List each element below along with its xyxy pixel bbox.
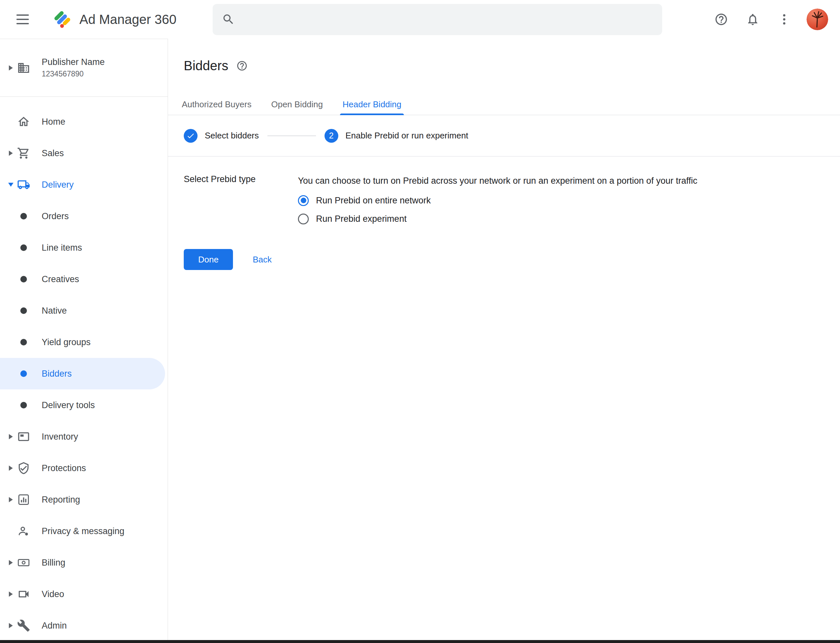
- sidebar-item-delivery-tools[interactable]: Delivery tools: [0, 389, 168, 421]
- account-avatar[interactable]: [807, 8, 828, 30]
- sidebar-item-label: Video: [42, 589, 64, 599]
- sidebar-item-home[interactable]: Home: [0, 106, 168, 137]
- chevron-right-icon: [9, 434, 13, 439]
- sidebar-item-video[interactable]: Video: [0, 578, 168, 610]
- screen-bottom-edge: [0, 640, 840, 643]
- sidebar-item-admin[interactable]: Admin: [0, 610, 168, 641]
- radio-run-prebid-entire-network[interactable]: Run Prebid on entire network: [298, 191, 824, 210]
- radio-selected-icon[interactable]: [298, 195, 309, 206]
- bullet-icon: [20, 339, 27, 346]
- prebid-type-section: Select Prebid type You can choose to tur…: [168, 157, 840, 228]
- sidebar-item-protections[interactable]: Protections: [0, 452, 168, 484]
- sidebar-item-bidders[interactable]: Bidders: [0, 358, 165, 389]
- sidebar-item-inventory[interactable]: Inventory: [0, 421, 168, 452]
- sidebar-item-label: Sales: [42, 148, 64, 158]
- publisher-name: Publisher Name: [42, 57, 105, 67]
- sidebar-item-label: Home: [42, 117, 65, 127]
- sidebar-item-label: Protections: [42, 463, 86, 473]
- radio-run-prebid-experiment[interactable]: Run Prebid experiment: [298, 210, 824, 228]
- step-label: Enable Prebid or run experiment: [345, 131, 468, 141]
- shield-icon: [17, 462, 30, 475]
- bullet-icon: [20, 213, 27, 219]
- bullet-icon: [20, 276, 27, 282]
- publisher-selector[interactable]: Publisher Name 1234567890: [0, 39, 168, 97]
- bell-icon: [746, 13, 760, 26]
- chevron-right-icon: [9, 150, 13, 156]
- section-label: Select Prebid type: [184, 174, 298, 184]
- sidebar-item-label: Inventory: [42, 432, 78, 442]
- bullet-icon: [20, 402, 27, 408]
- sidebar-item-line-items[interactable]: Line items: [0, 232, 168, 263]
- step-select-bidders[interactable]: Select bidders: [184, 129, 259, 143]
- app-window: Ad Manager 360: [0, 0, 840, 643]
- bullet-icon: [20, 307, 27, 314]
- sidebar-item-privacy-messaging[interactable]: Privacy & messaging: [0, 516, 168, 547]
- home-icon: [17, 115, 30, 128]
- radio-label: Run Prebid experiment: [316, 214, 407, 224]
- main-content: Bidders Authorized Buyers Open Bidding H…: [168, 39, 840, 643]
- banknote-icon: [17, 556, 30, 569]
- bullet-icon: [20, 245, 27, 251]
- top-app-bar: Ad Manager 360: [0, 0, 840, 39]
- sidebar-item-reporting[interactable]: Reporting: [0, 484, 168, 516]
- sidebar-item-yield-groups[interactable]: Yield groups: [0, 326, 168, 358]
- sidebar-item-label: Bidders: [42, 369, 72, 379]
- help-icon: [236, 60, 248, 72]
- sidebar-item-sales[interactable]: Sales: [0, 137, 168, 169]
- sidebar-item-label: Admin: [42, 621, 67, 631]
- chevron-right-icon: [9, 623, 13, 628]
- section-description: You can choose to turn on Prebid across …: [298, 174, 824, 187]
- step-label: Select bidders: [205, 131, 259, 141]
- sidebar-item-label: Native: [42, 306, 67, 316]
- truck-icon: [17, 178, 30, 191]
- search-input[interactable]: [242, 4, 653, 35]
- app-title: Ad Manager 360: [79, 12, 176, 27]
- tab-authorized-buyers[interactable]: Authorized Buyers: [179, 94, 254, 115]
- sidebar-item-label: Creatives: [42, 274, 79, 284]
- sidebar-item-creatives[interactable]: Creatives: [0, 263, 168, 295]
- chevron-right-icon: [9, 465, 13, 471]
- sidebar-item-billing[interactable]: Billing: [0, 547, 168, 578]
- sidebar: Publisher Name 1234567890 Home: [0, 39, 168, 643]
- done-button[interactable]: Done: [184, 249, 233, 270]
- person-privacy-icon: [17, 525, 30, 538]
- step-connector: [267, 135, 316, 136]
- sidebar-item-label: Delivery: [42, 180, 74, 190]
- notifications-button[interactable]: [744, 10, 762, 29]
- menu-icon[interactable]: [16, 15, 29, 24]
- chevron-right-icon: [9, 497, 13, 502]
- overflow-menu-button[interactable]: [775, 10, 793, 29]
- sidebar-item-label: Yield groups: [42, 337, 91, 348]
- step-enable-prebid[interactable]: 2 Enable Prebid or run experiment: [325, 129, 468, 143]
- sidebar-item-label: Line items: [42, 243, 82, 253]
- chevron-right-icon: [9, 560, 13, 565]
- search-bar[interactable]: [212, 4, 662, 35]
- sidebar-item-delivery[interactable]: Delivery: [0, 169, 168, 201]
- chevron-right-icon: [9, 65, 13, 70]
- chevron-right-icon: [9, 591, 13, 597]
- page-help-button[interactable]: [236, 60, 248, 72]
- sidebar-item-native[interactable]: Native: [0, 295, 168, 326]
- help-button[interactable]: [712, 10, 731, 29]
- sidebar-item-label: Orders: [42, 211, 69, 222]
- tab-header-bidding[interactable]: Header Bidding: [340, 94, 404, 115]
- step-completed-check-icon: [184, 129, 198, 143]
- radio-label: Run Prebid on entire network: [316, 196, 431, 206]
- inventory-icon: [17, 430, 30, 443]
- chevron-down-icon: [8, 183, 13, 187]
- ad-manager-logo: [52, 9, 72, 29]
- tab-open-bidding[interactable]: Open Bidding: [268, 94, 325, 115]
- wrench-icon: [17, 619, 30, 632]
- tab-bar: Authorized Buyers Open Bidding Header Bi…: [168, 94, 840, 115]
- more-vert-icon: [777, 13, 791, 26]
- radio-unselected-icon[interactable]: [298, 214, 309, 224]
- search-icon: [222, 13, 235, 26]
- bullet-icon: [20, 370, 27, 377]
- bar-chart-icon: [17, 493, 30, 506]
- back-button[interactable]: Back: [249, 255, 276, 265]
- stepper: Select bidders 2 Enable Prebid or run ex…: [168, 115, 840, 157]
- form-actions: Done Back: [168, 249, 840, 270]
- help-icon: [714, 13, 728, 26]
- page-title: Bidders: [184, 59, 228, 73]
- sidebar-item-orders[interactable]: Orders: [0, 201, 168, 232]
